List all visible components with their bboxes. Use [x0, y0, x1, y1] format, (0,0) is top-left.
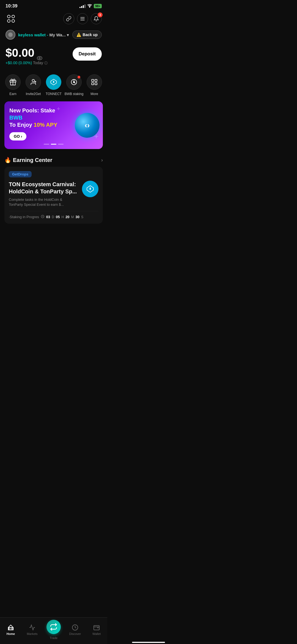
svg-point-5: [39, 57, 40, 59]
fire-emoji: 🔥: [4, 157, 11, 163]
svg-point-0: [89, 7, 90, 7]
menu-button[interactable]: [77, 13, 88, 24]
balance-amount: $0.00: [6, 46, 48, 59]
signal-icon: [79, 4, 86, 8]
notification-button[interactable]: 3: [91, 13, 102, 24]
wallet-name-highlight: keyless wallet -: [18, 33, 48, 37]
timer-seconds-unit: S: [81, 215, 83, 219]
banner-text: New Pools: Stake BWB To Enjoy 10% APY GO…: [9, 107, 61, 140]
staking-icon-wrap: [66, 74, 82, 90]
card-icon-wrap: [82, 181, 98, 197]
status-icons: 98+: [79, 4, 102, 9]
timer-minutes-unit: M: [71, 215, 74, 219]
svg-marker-20: [89, 187, 91, 190]
earning-card[interactable]: GetDrops TON Ecosystem Carnival:HoldCoin…: [4, 167, 103, 224]
wifi-icon: [87, 4, 92, 9]
timer-seconds: 30: [76, 215, 79, 219]
card-timer: ·Staking in Progres 03 D 05 H 20 M 30 S: [9, 211, 98, 219]
header-nav: 3: [0, 11, 107, 28]
svg-rect-18: [95, 83, 97, 85]
banner-dot-3: [58, 144, 64, 145]
promo-banner[interactable]: + + New Pools: Stake BWB To Enjoy 10% AP…: [4, 101, 103, 149]
wallet-chevron-icon: ▾: [67, 33, 69, 37]
tonnect-icon: [50, 78, 57, 86]
wallet-name: keyless wallet - My Wa...▾: [18, 33, 69, 37]
deposit-button[interactable]: Deposit: [73, 47, 102, 61]
eye-icon[interactable]: [37, 50, 43, 56]
warning-icon: ⚠️: [76, 33, 81, 37]
staking-icon: [70, 79, 78, 86]
battery-indicator: 98+: [94, 4, 102, 8]
person-add-icon: [30, 79, 37, 86]
action-bwb-staking[interactable]: BWB staking: [64, 74, 84, 96]
balance-section: $0.00 +$0.00 (0.00%) Today ⓘ Deposit: [0, 43, 107, 70]
status-time: 10:39: [6, 3, 17, 9]
earn-label: Earn: [9, 92, 16, 96]
svg-marker-12: [53, 80, 54, 83]
backup-button[interactable]: ⚠️ Back up: [72, 31, 102, 39]
getdrops-badge: GetDrops: [9, 171, 32, 177]
svg-rect-15: [92, 79, 94, 82]
timer-days: 03: [46, 215, 50, 219]
more-label: More: [90, 92, 98, 96]
banner-dots: [9, 144, 98, 145]
timer-minutes: 20: [65, 215, 69, 219]
action-earn[interactable]: Earn: [3, 74, 23, 96]
svg-point-8: [32, 79, 35, 82]
svg-rect-16: [95, 79, 97, 82]
link-button[interactable]: [63, 13, 74, 24]
banner-dot-2: [51, 144, 56, 145]
earning-center-section: 🔥 Earning Center › GetDrops TON Ecosyste…: [0, 152, 107, 226]
more-icon-wrap: [87, 74, 102, 90]
quick-actions: Earn Invite2Get TONNECT: [0, 70, 107, 98]
svg-point-4: [37, 56, 42, 60]
svg-point-14: [73, 81, 75, 83]
balance-change: +$0.00 (0.00%) Today ⓘ: [6, 61, 48, 66]
header-actions: 3: [63, 13, 102, 24]
wallet-header: keyless wallet - My Wa...▾ ⚠️ Back up: [0, 28, 107, 43]
action-invite2get[interactable]: Invite2Get: [23, 74, 43, 96]
balance-left: $0.00 +$0.00 (0.00%) Today ⓘ: [6, 46, 48, 66]
card-content: TON Ecosystem Carnival:HoldCoin & TonPar…: [9, 181, 98, 207]
svg-rect-17: [92, 83, 94, 85]
timer-hours: 05: [56, 215, 60, 219]
wallet-info[interactable]: keyless wallet - My Wa...▾: [6, 30, 69, 40]
tonnect-icon-wrap: [46, 74, 61, 90]
tonnect-card-icon: [86, 185, 95, 193]
chevron-right-icon[interactable]: ›: [101, 157, 103, 163]
gift-icon: [9, 79, 16, 86]
card-text: TON Ecosystem Carnival:HoldCoin & TonPar…: [9, 181, 79, 207]
grid-icon: [91, 79, 98, 86]
timer-hours-unit: H: [61, 215, 64, 219]
status-bar: 10:39 98+: [0, 0, 107, 11]
tonnect-label: TONNECT: [46, 92, 62, 96]
wallet-name-suffix: My Wa...: [48, 33, 66, 37]
section-header: 🔥 Earning Center ›: [4, 157, 103, 163]
earn-icon-wrap: [5, 74, 21, 90]
banner-dot-1: [44, 144, 49, 145]
app-logo[interactable]: [6, 13, 16, 24]
invite-icon-wrap: [26, 74, 41, 90]
timer-staking-label: ·Staking in Progres: [9, 215, 39, 219]
section-title: 🔥 Earning Center: [4, 157, 52, 163]
card-description: Complete tasks in the HoldCoin &TonParty…: [9, 197, 79, 207]
banner-coin: ‹›: [75, 113, 100, 138]
staking-notification-dot: [78, 76, 80, 79]
clock-icon: [41, 215, 45, 219]
card-title: TON Ecosystem Carnival:HoldCoin & TonPar…: [9, 181, 79, 195]
invite-label: Invite2Get: [26, 92, 41, 96]
banner-go-button[interactable]: GO ›: [9, 132, 26, 140]
timer-days-unit: D: [52, 215, 54, 219]
banner-title: New Pools: Stake BWB To Enjoy 10% APY: [9, 107, 61, 128]
wallet-avatar: [6, 30, 15, 40]
staking-label: BWB staking: [65, 92, 84, 96]
notification-badge: 3: [98, 12, 103, 17]
action-more[interactable]: More: [84, 74, 105, 96]
action-tonnect[interactable]: TONNECT: [43, 74, 64, 96]
decoration-plus: +: [57, 105, 60, 112]
